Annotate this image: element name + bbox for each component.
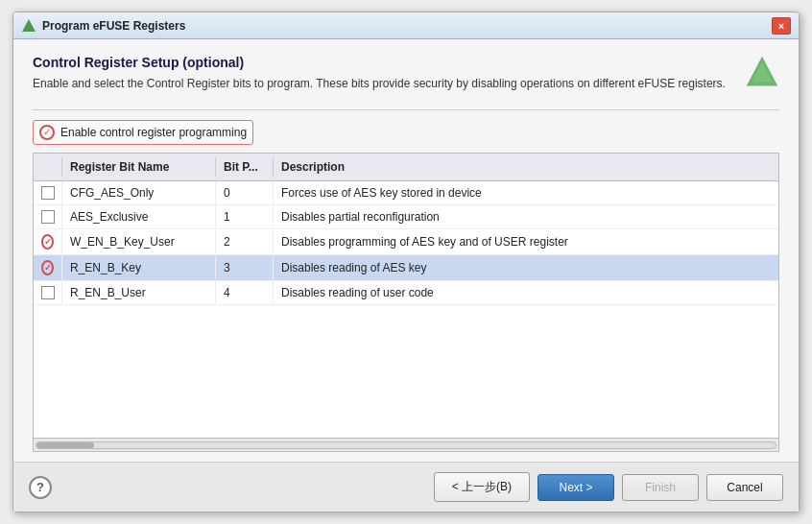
row-register-name: W_EN_B_Key_User — [62, 230, 216, 253]
scrollbar-thumb[interactable] — [36, 442, 94, 448]
row-description: Forces use of AES key stored in device — [274, 181, 778, 204]
row-bit-position: 0 — [216, 181, 274, 204]
row-description: Disables partial reconfiguration — [274, 205, 778, 228]
horizontal-scrollbar[interactable] — [34, 438, 778, 451]
row-checkbox-cell — [34, 181, 62, 204]
row-register-name: R_EN_B_User — [62, 281, 216, 304]
row-bit-position: 1 — [216, 205, 274, 228]
svg-marker-0 — [22, 19, 36, 32]
row-bit-position: 4 — [216, 281, 274, 304]
footer: ? < 上一步(B) Next > Finish Cancel — [13, 462, 799, 512]
row-checkbox-unchecked[interactable] — [41, 186, 55, 200]
window-title: Program eFUSE Registers — [42, 19, 185, 33]
row-register-name: R_EN_B_Key — [62, 256, 216, 279]
table-body: CFG_AES_Only0Forces use of AES key store… — [34, 181, 778, 310]
row-description: Disables reading of AES key — [274, 256, 778, 279]
row-checkbox-cell — [34, 205, 62, 228]
page-header: Control Register Setup (optional) Enable… — [33, 55, 779, 92]
row-checkbox-unchecked[interactable] — [41, 286, 55, 299]
row-register-name: CFG_AES_Only — [62, 181, 216, 204]
content-area: Control Register Setup (optional) Enable… — [13, 39, 799, 462]
close-button[interactable]: × — [772, 17, 791, 35]
help-button[interactable]: ? — [29, 476, 52, 499]
row-description: Disables reading of user code — [274, 281, 778, 304]
table-row[interactable]: R_EN_B_User4Disables reading of user cod… — [34, 281, 778, 305]
footer-buttons: < 上一步(B) Next > Finish Cancel — [434, 472, 783, 502]
row-checkbox-cell — [34, 281, 62, 304]
finish-button[interactable]: Finish — [622, 474, 699, 501]
page-description: Enable and select the Control Register b… — [33, 76, 745, 92]
row-description: Disables programming of AES key and of U… — [274, 230, 778, 253]
row-checkbox-cell — [34, 255, 62, 280]
row-bit-position: 3 — [216, 256, 274, 279]
cancel-button[interactable]: Cancel — [706, 474, 783, 501]
main-window: Program eFUSE Registers × Control Regist… — [12, 12, 800, 512]
title-bar-left: Program eFUSE Registers — [21, 18, 185, 34]
enable-control-label: Enable control register programming — [60, 126, 247, 139]
row-bit-position: 2 — [216, 230, 274, 253]
next-button[interactable]: Next > — [537, 474, 614, 501]
xilinx-logo — [745, 55, 779, 89]
divider — [33, 109, 779, 110]
row-checkbox-unchecked[interactable] — [41, 210, 55, 224]
enable-control-row: ✓ Enable control register programming — [33, 120, 253, 145]
registers-table: Register Bit Name Bit P... Description C… — [33, 153, 779, 452]
back-button[interactable]: < 上一步(B) — [434, 472, 530, 502]
title-bar: Program eFUSE Registers × — [13, 12, 799, 39]
table-row[interactable]: CFG_AES_Only0Forces use of AES key store… — [34, 181, 778, 205]
row-register-name: AES_Exclusive — [62, 205, 216, 228]
footer-left: ? — [29, 476, 52, 499]
table-empty-space — [34, 309, 778, 438]
table-header: Register Bit Name Bit P... Description — [34, 154, 778, 181]
app-icon — [21, 18, 36, 34]
table-row[interactable]: R_EN_B_Key3Disables reading of AES key — [34, 255, 778, 281]
enable-control-check-mark: ✓ — [43, 128, 51, 137]
scrollbar-track[interactable] — [36, 441, 776, 449]
page-header-text: Control Register Setup (optional) Enable… — [33, 55, 745, 92]
col-name: Register Bit Name — [62, 157, 216, 177]
col-desc: Description — [274, 157, 778, 177]
row-checkbox-checked[interactable] — [41, 260, 54, 275]
row-checkbox-cell — [34, 229, 62, 254]
col-bit: Bit P... — [216, 157, 274, 177]
enable-control-checkbox[interactable]: ✓ — [39, 125, 55, 140]
row-checkbox-checked[interactable] — [41, 234, 54, 250]
col-check — [34, 157, 62, 177]
table-row[interactable]: W_EN_B_Key_User2Disables programming of … — [34, 229, 778, 255]
table-row[interactable]: AES_Exclusive1Disables partial reconfigu… — [34, 205, 778, 229]
page-title: Control Register Setup (optional) — [33, 55, 745, 70]
